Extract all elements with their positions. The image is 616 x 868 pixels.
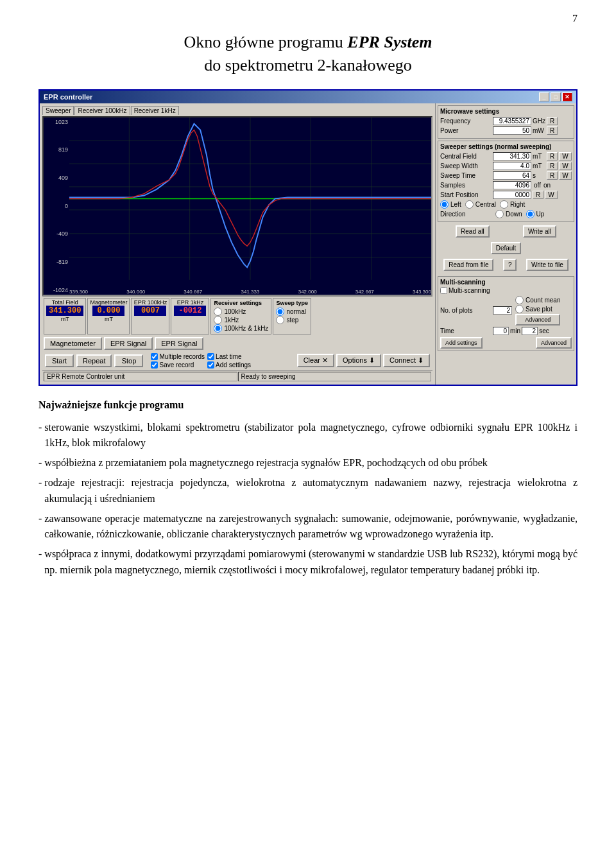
time-sec-input[interactable] [522,327,538,335]
add-settings-input[interactable] [207,361,214,369]
y-label-neg819: -819 [45,259,69,265]
start-position-r[interactable]: R [533,191,543,199]
start-button[interactable]: Start [45,354,74,367]
time-min-unit: min [510,327,520,334]
receiver-both-label: 100kHz & 1kHz [224,325,268,332]
left-radio[interactable]: Left [440,200,461,209]
multi-scanning-input[interactable] [440,287,447,294]
sweep-type-group: Sweep type normal step [273,298,311,334]
start-position-label: Start Position [440,191,492,198]
sweep-step-radio[interactable]: step [276,316,308,324]
last-time-checkbox[interactable]: Last time [207,353,251,360]
central-field-w[interactable]: W [559,152,571,161]
tab-sweeper[interactable]: Sweeper [42,106,74,115]
epr-signal-1-button[interactable]: EPR Signal [104,337,153,350]
save-plot-radio[interactable]: Save plot [515,305,560,313]
magnetometer-value: 0.000 [92,306,124,316]
direction-down-radio[interactable]: Down [495,210,522,218]
list-item-5-text: współpraca z innymi, dodatkowymi przyrzą… [44,546,578,578]
close-button[interactable]: ✕ [562,92,572,101]
start-pos-options-row: Left Central Right [440,200,572,209]
save-record-input[interactable] [151,361,158,369]
add-settings-button[interactable]: Add settings [440,337,483,349]
tab-receiver-1khz[interactable]: Receiver 1kHz [131,106,179,115]
central-field-unit: mT [533,153,545,160]
sweep-normal-label: normal [286,308,306,315]
save-record-checkbox[interactable]: Save record [151,361,205,369]
connect-button[interactable]: Connect ⬇ [383,354,430,367]
question-button[interactable]: ? [503,259,517,271]
save-plot-label: Save plot [526,306,552,313]
direction-up-radio[interactable]: Up [526,210,545,218]
power-r-button[interactable]: R [547,126,558,135]
x-label-4: 342.000 [298,289,317,295]
central-field-input[interactable] [493,152,531,161]
minimize-button[interactable]: _ [539,92,549,101]
save-record-label: Save record [159,361,194,369]
checkbox-group-2: Last time Add settings [207,353,251,369]
receiver-1khz-label: 1kHz [224,317,239,324]
sweep-width-r[interactable]: R [547,162,558,170]
microwave-settings-title: Microwave settings [440,108,572,115]
central-radio[interactable]: Central [465,200,496,209]
magnetometer-unit: mT [105,316,113,322]
default-button[interactable]: Default [491,242,522,254]
options-button[interactable]: Options ⬇ [336,354,381,367]
receiver-both-radio[interactable]: 100kHz & 1kHz [214,324,268,333]
central-field-r[interactable]: R [547,152,558,161]
samples-input[interactable] [493,181,531,189]
frequency-r-button[interactable]: R [547,117,558,125]
last-time-input[interactable] [207,353,214,360]
right-radio[interactable]: Right [500,200,525,209]
y-label-0: 0 [45,203,69,209]
direction-down-label: Down [506,211,522,218]
epr-right-panel: Microwave settings Frequency GHz R Power… [435,103,576,385]
tab-receiver-100khz[interactable]: Receiver 100kHz [74,106,130,115]
multi-scanning-checkbox[interactable]: Multi-scanning [440,287,572,294]
receiver-settings-label: Receiver settings [214,300,268,306]
power-input[interactable] [493,126,531,135]
stop-button[interactable]: Stop [114,354,143,367]
magnetometer-group: Magnetometer 0.000 mT [87,298,130,334]
sweep-normal-radio[interactable]: normal [276,308,308,316]
write-all-button[interactable]: Write all [523,225,556,238]
no-of-plots-input[interactable] [493,306,512,315]
multi-scanning-title: Multi-scanning [440,279,572,286]
content-section: Najważniejsze funkcje programu - sterowa… [38,397,578,578]
add-settings-checkbox[interactable]: Add settings [207,361,251,369]
multiple-records-input[interactable] [151,353,158,360]
list-item-3: - rodzaje rejestracji: rejestracja pojed… [38,475,578,507]
maximize-button[interactable]: □ [551,92,561,101]
sweep-time-input[interactable] [493,171,531,180]
sweep-time-w[interactable]: W [559,171,571,180]
sweep-time-r[interactable]: R [547,171,558,180]
list-item-4-text: zawansowane operacje matematyczne na zar… [44,511,578,543]
page-title: Okno główne programu EPR System do spekt… [38,31,578,78]
multiple-records-checkbox[interactable]: Multiple records [151,353,205,360]
add-settings-label: Add settings [216,361,251,369]
add-settings-advanced-row: Add settings Advanced [440,337,572,349]
advanced-2-button[interactable]: Advanced [536,337,572,349]
sweep-width-input[interactable] [493,162,531,170]
read-from-file-button[interactable]: Read from file [443,259,493,271]
epr-signal-2-button[interactable]: EPR Signal [155,337,203,350]
action-buttons-row: Read all Write all [438,224,574,239]
read-all-button[interactable]: Read all [456,225,490,238]
receiver-1khz-radio[interactable]: 1kHz [214,316,268,324]
start-position-input[interactable] [493,191,531,199]
count-mean-radio[interactable]: Count mean [515,296,560,304]
receiver-100khz-radio[interactable]: 100kHz [214,308,268,316]
sweep-width-w[interactable]: W [559,162,571,170]
repeat-button[interactable]: Repeat [76,354,112,367]
start-position-w[interactable]: W [545,191,557,199]
count-save-advanced: Count mean Save plot Advanced [515,296,560,326]
frequency-input[interactable] [493,117,531,125]
time-min-input[interactable] [493,327,509,335]
clear-button[interactable]: Clear ✕ [297,354,334,367]
write-to-file-button[interactable]: Write to file [526,259,569,271]
epr-window-title: EPR controller [44,93,92,101]
list-item-5: - współpraca z innymi, dodatkowymi przyr… [38,546,578,578]
advanced-1-button[interactable]: Advanced [515,314,560,326]
magnetometer-button[interactable]: Magnetometer [44,337,102,350]
epr-1khz-label: EPR 1kHz [177,299,204,306]
